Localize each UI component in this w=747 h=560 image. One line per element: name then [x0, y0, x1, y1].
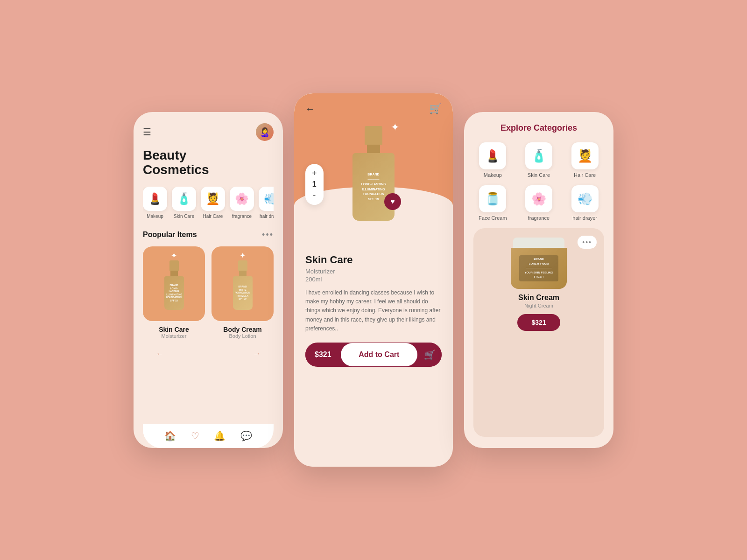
featured-product-card: ••• BRANDLOREM IPSUM─────────────YOUR SK…	[473, 228, 604, 437]
explore-cat-fragrance[interactable]: 🌸 fragrance	[520, 185, 558, 221]
jar-body: BRANDLOREM IPSUM─────────────YOUR SKIN F…	[511, 248, 567, 289]
wishlist-button[interactable]: ♥	[384, 193, 401, 210]
category-item-makeup[interactable]: 💄 Makeup	[143, 187, 167, 219]
cart-icon[interactable]: 🛒	[429, 103, 442, 115]
explore-hairdryer-icon: 💨	[571, 185, 599, 212]
page-title: Beauty Cosmetics	[143, 148, 274, 177]
explore-cat-facecream[interactable]: 🫙 Face Cream	[473, 185, 512, 221]
popular-section-header: Poopular Items •••	[143, 230, 274, 240]
screen-explore: Explore Categories 💄 Makeup 🧴 Skin Care …	[464, 112, 613, 448]
product-card-bodycream[interactable]: ✦ BRANDWHITE FOUNDATIONFORMULASPF 20 Bod…	[211, 246, 274, 339]
detail-header: ← 🛒	[294, 103, 453, 115]
product-name-bodycream: Body Cream	[223, 326, 261, 333]
category-label-haircare: Hair Care	[203, 214, 223, 219]
qty-increase-button[interactable]: +	[312, 168, 317, 178]
large-neck	[367, 145, 380, 153]
explore-skincare-label: Skin Care	[528, 172, 550, 178]
home-header: ☰ 🙎‍♀️	[143, 123, 274, 141]
avatar[interactable]: 🙎‍♀️	[256, 123, 274, 141]
explore-cat-skincare[interactable]: 🧴 Skin Care	[520, 142, 558, 178]
popular-title: Poopular Items	[143, 231, 197, 239]
bottom-nav: 🏠 ♡ 🔔 💬	[143, 424, 274, 448]
cart-button-icon[interactable]: 🛒	[417, 343, 442, 367]
product-card-skincare[interactable]: ✦ BRANDLONG-LASTINGILLUMINATINGFOUNDATIO…	[143, 246, 205, 339]
qty-decrease-button[interactable]: -	[313, 190, 316, 200]
category-label-makeup: Makeup	[147, 214, 163, 219]
screen-product-detail: ← 🛒 + 1 - ✦ BRAND─────LONG-LASTINGILLUMI…	[294, 93, 453, 467]
product-price: $321	[305, 343, 341, 366]
explore-categories-grid: 💄 Makeup 🧴 Skin Care 💆 Hair Care 🫙 Face …	[473, 142, 604, 221]
categories-row: 💄 Makeup 🧴 Skin Care 💆 Hair Care 🌸 fragr…	[143, 187, 274, 219]
explore-facecream-icon: 🫙	[479, 185, 506, 212]
bottle-body-2: BRANDWHITE FOUNDATIONFORMULASPF 20	[233, 276, 253, 310]
cream-jar: BRANDLOREM IPSUM─────────────YOUR SKIN F…	[511, 238, 567, 289]
bottle-label: BRANDLONG-LASTINGILLUMINATINGFOUNDATIONS…	[166, 284, 183, 302]
bottle-body: BRANDLONG-LASTINGILLUMINATINGFOUNDATIONS…	[164, 276, 184, 310]
featured-price-button[interactable]: $321	[517, 314, 560, 331]
bottle-neck-2	[239, 271, 247, 276]
bottle-bodycream: BRANDWHITE FOUNDATIONFORMULASPF 20	[233, 260, 253, 307]
explore-haircare-icon: 💆	[571, 142, 599, 169]
notifications-nav-icon[interactable]: 🔔	[214, 430, 226, 441]
fragrance-icon: 🌸	[230, 187, 254, 211]
screens-container: ☰ 🙎‍♀️ Beauty Cosmetics 💄 Makeup 🧴 Skin …	[134, 93, 613, 467]
product-sub-bodycream: Body Lotion	[229, 333, 256, 339]
category-label-hairdryer: hair drayer	[260, 214, 274, 219]
bottle-neck	[170, 271, 178, 276]
product-bottle-large: ✦ BRAND─────LONG-LASTINGILLUMINATINGFOUN…	[352, 126, 395, 219]
product-detail-info: Skin Care Moisturizer 200ml I have enrol…	[294, 243, 453, 467]
nav-arrows: ← →	[143, 346, 274, 361]
product-sub-skincare: Moisturizer	[162, 333, 187, 339]
category-item-fragrance[interactable]: 🌸 fragrance	[230, 187, 254, 219]
more-options-button[interactable]: •••	[262, 230, 274, 240]
haircare-icon: 💆	[201, 187, 225, 211]
category-item-haircare[interactable]: 💆 Hair Care	[201, 187, 225, 219]
jar-label: BRANDLOREM IPSUM─────────────YOUR SKIN F…	[519, 255, 558, 281]
category-item-hairdryer[interactable]: 💨 hair drayer	[259, 187, 274, 219]
explore-cat-haircare[interactable]: 💆 Hair Care	[565, 142, 604, 178]
product-image-skincare: ✦ BRANDLONG-LASTINGILLUMINATINGFOUNDATIO…	[143, 246, 205, 321]
category-item-skincare[interactable]: 🧴 Skin Care	[172, 187, 196, 219]
bottle-cap-2	[238, 260, 247, 271]
favorites-nav-icon[interactable]: ♡	[191, 430, 199, 441]
menu-icon[interactable]: ☰	[143, 126, 151, 138]
sparkle-icon-2: ✦	[240, 251, 246, 260]
quantity-selector: + 1 -	[305, 164, 324, 205]
featured-product-sub: Night Cream	[524, 303, 553, 308]
featured-more-button[interactable]: •••	[578, 236, 597, 249]
makeup-icon: 💄	[143, 187, 167, 211]
next-arrow[interactable]: →	[249, 346, 264, 361]
products-row: ✦ BRANDLONG-LASTINGILLUMINATINGFOUNDATIO…	[143, 246, 274, 339]
explore-haircare-label: Hair Care	[574, 172, 596, 178]
quantity-value: 1	[312, 180, 317, 189]
sparkle-icon: ✦	[171, 251, 177, 260]
detail-product-name: Skin Care	[305, 254, 442, 266]
large-body: BRAND─────LONG-LASTINGILLUMINATINGFOUNDA…	[352, 153, 395, 221]
add-to-cart-button[interactable]: Add to Cart	[341, 343, 417, 366]
explore-hairdryer-label: hair drayer	[572, 215, 597, 221]
product-name-skincare: Skin Care	[159, 326, 189, 333]
explore-cat-makeup[interactable]: 💄 Makeup	[473, 142, 512, 178]
explore-skincare-icon: 🧴	[525, 142, 552, 169]
explore-title: Explore Categories	[473, 123, 604, 133]
back-button[interactable]: ←	[305, 104, 315, 114]
detail-product-description: I have enrolled in dancing classes becau…	[305, 288, 442, 333]
chat-nav-icon[interactable]: 💬	[240, 430, 252, 441]
screen-home: ☰ 🙎‍♀️ Beauty Cosmetics 💄 Makeup 🧴 Skin …	[134, 112, 283, 448]
category-label-skincare: Skin Care	[174, 214, 194, 219]
skincare-icon: 🧴	[172, 187, 196, 211]
explore-fragrance-label: fragrance	[528, 215, 550, 221]
home-nav-icon[interactable]: 🏠	[164, 430, 176, 441]
featured-product-name: Skin Cream	[518, 294, 559, 302]
large-label: BRAND─────LONG-LASTINGILLUMINATINGFOUNDA…	[361, 172, 386, 202]
explore-cat-hairdryer[interactable]: 💨 hair drayer	[565, 185, 604, 221]
prev-arrow[interactable]: ←	[152, 346, 167, 361]
explore-fragrance-icon: 🌸	[525, 185, 552, 212]
bottle-skincare: BRANDLONG-LASTINGILLUMINATINGFOUNDATIONS…	[164, 260, 184, 307]
explore-makeup-label: Makeup	[484, 172, 502, 178]
hairdryer-icon: 💨	[259, 187, 274, 211]
cream-jar-container: BRANDLOREM IPSUM─────────────YOUR SKIN F…	[511, 238, 567, 294]
detail-product-volume: 200ml	[305, 276, 442, 283]
detail-product-type: Moisturizer	[305, 268, 442, 275]
jar-lid	[513, 238, 564, 248]
